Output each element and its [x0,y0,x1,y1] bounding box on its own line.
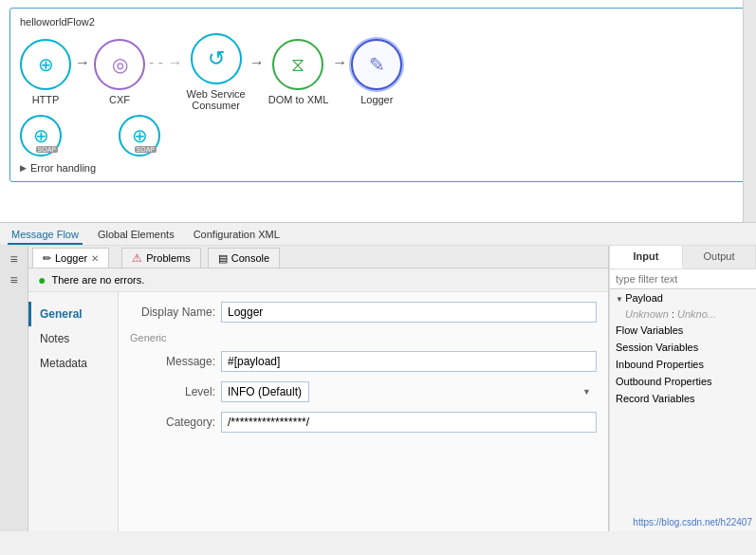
wsc-label: Web Service Consumer [187,88,246,111]
node-logger[interactable]: Logger [351,39,402,105]
pencil-icon: ✏ [43,252,51,265]
soap2-circle[interactable]: SOAP [119,115,160,157]
section-title: Generic [130,332,597,343]
logger-circle[interactable] [351,39,402,90]
bottom-tabs: ⚠ Problems ▤ Console [121,248,283,268]
logger-label: Logger [360,94,393,105]
left-panel: ✏ Logger ✕ ⚠ Problems ▤ Console ● There … [28,246,609,531]
flow-nodes: HTTP → CXF - - → Web Service Consumer [20,33,736,111]
node-dom[interactable]: DOM to XML [268,39,329,105]
http-circle[interactable] [20,39,71,90]
left-side-bar: ≡ ≡ [0,246,28,531]
node-cxf[interactable]: CXF [94,39,145,105]
status-bar: ● There are no errors. [28,268,608,292]
tree-item-outbound[interactable]: Outbound Properties [610,373,756,390]
flow-container: helloworldFlow2 HTTP → CXF - - → [9,8,747,182]
right-tab-output[interactable]: Output [683,246,756,268]
http-label: HTTP [32,94,60,105]
arrow-4: → [332,54,347,71]
tree-item-inbound[interactable]: Inbound Properties [610,356,756,373]
error-handling: ▶ Error handling [20,162,736,174]
tree-item-record-vars[interactable]: Record Variables [610,390,756,407]
tab-problems[interactable]: ⚠ Problems [121,248,200,268]
tab-close-logger[interactable]: ✕ [91,253,99,264]
tab-console-label: Console [231,252,269,264]
dom-circle[interactable] [272,39,323,90]
right-tab-input[interactable]: Input [610,246,683,268]
sidebar-item-general[interactable]: General [28,302,118,326]
display-name-input[interactable] [221,302,597,323]
logger-icon [369,53,385,76]
category-input[interactable] [221,412,597,433]
category-row: Category: [130,412,597,433]
arrow-2: - - → [149,54,183,71]
wsc-icon [208,46,225,71]
level-select-wrapper: DEBUG INFO (Default) WARN ERROR [221,381,597,402]
node-wsc[interactable]: Web Service Consumer [187,33,246,111]
category-label: Category: [130,416,215,429]
cxf-label: CXF [109,94,130,105]
message-input[interactable] [221,351,597,372]
editor-tab-logger-label: Logger [55,252,87,264]
config-panel: General Notes Metadata Display Name: Gen… [28,292,608,531]
tab-console[interactable]: ▤ Console [208,248,280,268]
config-sidebar: General Notes Metadata [28,292,119,531]
second-row-nodes: SOAP SOAP [20,115,736,157]
soap2-icon [132,124,148,147]
soap2-badge: SOAP [135,146,157,153]
arrow-3: → [249,54,265,71]
dom-icon [291,54,304,76]
tree-item-flow-vars[interactable]: Flow Variables [610,322,756,339]
tree-item-session-vars[interactable]: Session Variables [610,339,756,356]
filter-input[interactable] [610,269,756,289]
dom-label: DOM to XML [268,94,329,105]
console-icon: ▤ [218,252,228,265]
soap-node-2[interactable]: SOAP [119,115,160,157]
level-row: Level: DEBUG INFO (Default) WARN ERROR [130,381,597,402]
soap-node-1[interactable]: SOAP [20,115,62,157]
arrow-1: → [75,54,90,71]
wsc-circle[interactable] [191,33,242,84]
tree-child-unknown: Unknown : Unkno... [610,306,756,322]
status-message: There are no errors. [51,274,144,286]
scroll-bar[interactable] [743,0,756,222]
left-icon-2[interactable]: ≡ [9,272,17,287]
nav-tabs: Message Flow Global Elements Configurati… [0,223,756,246]
sidebar-item-metadata[interactable]: Metadata [28,351,118,376]
soap1-icon [33,124,49,147]
bottom-area: ≡ ≡ ✏ Logger ✕ ⚠ Problems ▤ Console [0,246,756,531]
tree-item-payload[interactable]: Payload [610,289,756,306]
cxf-icon [112,53,128,76]
editor-tab-logger[interactable]: ✏ Logger ✕ [32,248,109,268]
right-panel: Input Output Payload Unknown : Unkno... … [609,246,756,531]
config-form: Display Name: Generic Message: Level: DE… [119,292,608,531]
display-name-label: Display Name: [130,305,215,319]
message-row: Message: [130,351,597,372]
flow-title: helloworldFlow2 [20,16,736,28]
status-icon: ● [38,272,46,287]
soap1-circle[interactable]: SOAP [20,115,62,157]
level-select[interactable]: DEBUG INFO (Default) WARN ERROR [221,381,309,402]
nav-tab-global-elements[interactable]: Global Elements [94,226,178,245]
error-handling-label: Error handling [30,162,96,174]
message-label: Message: [130,355,215,368]
problems-icon: ⚠ [132,251,142,265]
soap1-badge: SOAP [36,146,58,153]
right-panel-tabs: Input Output [610,246,756,269]
sidebar-item-notes[interactable]: Notes [28,326,118,351]
nav-tab-message-flow[interactable]: Message Flow [8,226,83,245]
nav-tab-config-xml[interactable]: Configuration XML [190,226,284,245]
bottom-link[interactable]: https://blog.csdn.net/h22407 [633,517,752,527]
editor-tabs: ✏ Logger ✕ ⚠ Problems ▤ Console [28,246,608,268]
display-name-row: Display Name: [130,302,597,323]
tab-problems-label: Problems [146,252,190,264]
cxf-circle[interactable] [94,39,145,90]
http-icon [38,53,54,76]
canvas-area: helloworldFlow2 HTTP → CXF - - → [0,0,756,223]
left-icon-1[interactable]: ≡ [9,251,17,267]
triangle-icon: ▶ [20,163,27,173]
level-label: Level: [130,385,215,398]
node-http[interactable]: HTTP [20,39,71,105]
